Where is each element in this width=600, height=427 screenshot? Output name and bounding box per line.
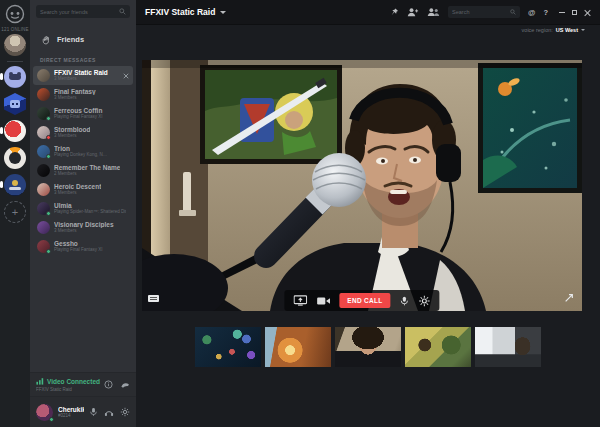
window-minimize-button[interactable] [559, 12, 565, 13]
main-area: FFXIV Static Raid [136, 0, 600, 427]
discord-app-window: 121 ONLINE + Friends DIRECT MESSAGES FFX… [0, 0, 600, 427]
dm-name: Trion [54, 145, 107, 153]
dm-list-item[interactable]: Gessho Playing Final Fantasy XI [33, 237, 133, 256]
dm-list-item[interactable]: Remember The Name 2 Members [33, 161, 133, 180]
status-dot [46, 135, 51, 140]
status-dot [46, 211, 51, 216]
dm-list-item[interactable]: Visionary Disciples 3 Members [33, 218, 133, 237]
unread-pip [0, 181, 3, 188]
dm-list-item[interactable]: Stormblood 3 Members [33, 123, 133, 142]
rail-divider [7, 61, 23, 62]
mute-icon[interactable] [89, 407, 98, 417]
friends-search[interactable] [36, 5, 130, 18]
status-dot [46, 154, 51, 159]
dm-avatar [37, 221, 50, 234]
dm-list-item[interactable]: Ulmia Playing Spider-Man™: Shattered Dim… [33, 199, 133, 218]
video-watermark-badge [148, 295, 159, 302]
header-search[interactable] [448, 6, 520, 18]
mentions-icon[interactable]: @ [528, 8, 535, 17]
add-server-button[interactable]: + [4, 201, 26, 223]
dm-avatar [37, 126, 50, 139]
header-search-input[interactable] [452, 9, 507, 15]
wave-hand-icon [41, 35, 51, 45]
dm-subtitle: 2 Members [54, 171, 120, 177]
pin-icon[interactable] [390, 7, 399, 17]
close-dm-icon[interactable] [123, 73, 129, 79]
video-thumbnail-room-webcam[interactable] [475, 327, 541, 367]
call-control-bar: END CALL [284, 290, 439, 311]
status-dot [46, 116, 51, 121]
server-icon-navy-crest[interactable] [4, 174, 26, 196]
server-icon-red-orb[interactable] [4, 120, 26, 142]
server-rail: 121 ONLINE + [0, 0, 30, 427]
help-icon[interactable]: ? [543, 8, 548, 17]
friends-search-input[interactable] [40, 9, 116, 15]
dm-sidebar: Friends DIRECT MESSAGES FFXIV Static Rai… [30, 0, 136, 427]
online-count: 121 ONLINE [0, 27, 30, 32]
video-thumbnail-speaker-webcam[interactable] [335, 327, 401, 367]
dm-name: Remember The Name [54, 164, 120, 172]
webcam-scene [142, 60, 582, 311]
user-avatar[interactable] [36, 404, 53, 421]
connection-status: Video Connected [36, 377, 100, 385]
deafen-icon[interactable] [104, 407, 114, 417]
camera-icon[interactable] [316, 296, 330, 306]
chevron-down-icon[interactable] [581, 29, 585, 31]
add-friend-icon[interactable] [407, 7, 419, 17]
discord-home-button[interactable] [4, 3, 26, 25]
mute-mic-icon[interactable] [400, 295, 410, 307]
settings-gear-icon[interactable] [120, 407, 130, 417]
signal-bars-icon [36, 377, 44, 385]
voice-region-label: voice region: [522, 27, 553, 33]
dm-list-item[interactable]: Ferreous Coffin Playing Final Fantasy XI [33, 104, 133, 123]
dm-subtitle: Playing Donkey Kong, N… [54, 152, 107, 158]
sidebar-item-friends[interactable]: Friends [34, 31, 132, 48]
connection-panel: Video Connected FFXIV Static Raid [30, 372, 136, 397]
dm-name: Stormblood [54, 126, 90, 134]
video-thumbnail-game-moba[interactable] [195, 327, 261, 367]
group-members-icon[interactable] [427, 7, 440, 17]
call-settings-gear-icon[interactable] [419, 295, 431, 307]
screenshare-icon[interactable] [293, 295, 307, 306]
server-icon-hex-robot[interactable] [4, 93, 26, 115]
window-close-button[interactable] [584, 9, 591, 16]
main-video-feed[interactable]: END CALL [142, 60, 582, 311]
end-call-button[interactable]: END CALL [339, 293, 390, 308]
window-maximize-button[interactable] [572, 10, 577, 15]
online-status-dot [49, 417, 54, 422]
dm-subtitle: 3 Members [54, 76, 108, 82]
dm-list-item[interactable]: Heroic Descent 3 Members [33, 180, 133, 199]
video-thumbnail-game-yellow[interactable] [405, 327, 471, 367]
chevron-down-icon[interactable] [220, 11, 226, 14]
dm-name: FFXIV Static Raid [54, 69, 108, 77]
connection-subtitle: FFXIV Static Raid [36, 387, 104, 392]
dm-avatar [37, 145, 50, 158]
dm-name: Ulmia [54, 202, 126, 210]
server-icon-game-controller[interactable] [4, 66, 26, 88]
dm-subtitle: 3 Members [54, 228, 114, 234]
dm-subtitle: 3 Members [54, 95, 96, 101]
participant-thumbnails [136, 327, 600, 367]
dm-list-item[interactable]: Trion Playing Donkey Kong, N… [33, 142, 133, 161]
dm-name: Visionary Disciples [54, 221, 114, 229]
dm-avatar [37, 107, 50, 120]
user-bar: Cherukiki #0214 [30, 397, 136, 427]
dm-subtitle: Playing Final Fantasy XI [54, 114, 103, 120]
unread-pip [0, 73, 3, 80]
voice-region-value: US West [556, 27, 578, 33]
discriminator: #0214 [58, 413, 84, 418]
rail-user-avatar[interactable] [4, 34, 26, 56]
fullscreen-expand-icon[interactable] [564, 293, 574, 303]
info-icon[interactable] [104, 380, 113, 389]
disconnect-call-icon[interactable] [120, 380, 130, 389]
dm-list-item[interactable]: FFXIV Static Raid 3 Members [33, 66, 133, 85]
discord-logo-icon [5, 4, 25, 24]
dm-list-item[interactable]: Final Fantasy 3 Members [33, 85, 133, 104]
dm-subtitle: 3 Members [54, 133, 90, 139]
search-icon [119, 8, 126, 15]
dm-name: Heroic Descent [54, 183, 101, 191]
server-icon-overwatch[interactable] [4, 147, 26, 169]
video-thumbnail-game-orange[interactable] [265, 327, 331, 367]
dm-list: FFXIV Static Raid 3 Members Final Fantas… [33, 66, 133, 256]
dm-avatar [37, 164, 50, 177]
